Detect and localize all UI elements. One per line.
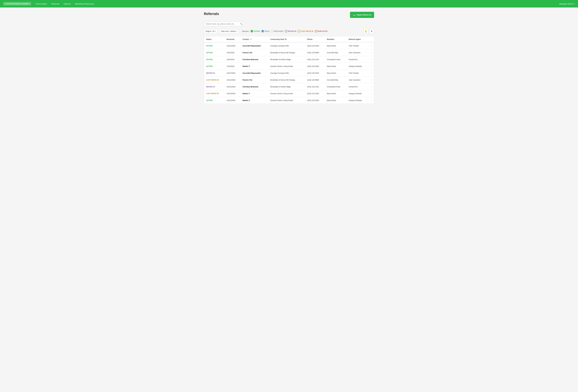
cell-phone: (415) 123-3333 [305, 63, 325, 70]
table-row[interactable]: LOST MOVE IN 10/12/2016 Nadine Y Houston… [204, 90, 374, 97]
col-received: Received [225, 36, 241, 42]
cell-community: Houston Senior Living Center [268, 90, 305, 97]
download-button[interactable]: ⬇ [369, 29, 374, 34]
col-community: Community Sent To [268, 36, 305, 42]
cell-agent: Jane Jacobson [346, 49, 368, 56]
table-row[interactable]: ACTIVE 10/12/2016 Nadine Y Houston Senio… [204, 97, 374, 104]
user-caret-icon: ▾ [574, 3, 575, 5]
report-move-ins-button[interactable]: 🚌 Report Move-ins [350, 12, 374, 18]
row-chevron-icon[interactable]: › [368, 49, 374, 56]
cell-status: ACTIVE [204, 49, 225, 56]
table-row[interactable]: MOVED IN 10/12/2016 Christina Mckenzie B… [204, 83, 374, 90]
download-icon: ⬇ [371, 30, 373, 33]
nav-marketing-resources[interactable]: Marketing Resources [75, 3, 94, 5]
cell-received: 10/1/2016 [225, 49, 241, 56]
nav-referrals[interactable]: Referrals [51, 3, 59, 5]
date-value: Lifetime [230, 30, 236, 32]
date-filter[interactable]: Date sent: Lifetime ▾ [219, 29, 239, 33]
table-row[interactable]: ACTIVE 10/1/2016 Francis Yim Brookdale o… [204, 49, 374, 56]
search-row: 🔍 [204, 22, 374, 26]
col-action [368, 36, 374, 42]
table-header: Status Received Contact ▼ Community Sent… [204, 36, 374, 42]
cell-agent: Christa Kim [346, 83, 368, 90]
cell-agent: Christa Kim [346, 56, 368, 63]
duplicate-checkbox[interactable] [315, 30, 317, 32]
nav-communities[interactable]: Communities [35, 3, 47, 5]
cell-agent: Gregory Delsado [346, 63, 368, 70]
cell-status: MOVED IN [204, 70, 225, 77]
region-filter[interactable]: Region: All ▾ [204, 29, 218, 33]
navigation: LOGO INTENTIONALLY BLURRED Communities R… [0, 0, 578, 7]
cell-phone: (415) 123-3333 [305, 70, 325, 77]
date-label: Date sent: [221, 30, 229, 32]
table-row[interactable]: MOVED IN 10/12/2016 Anna Bell Mayweather… [204, 70, 374, 77]
table-row[interactable]: ACTIVE 10/4/2016 Christina Mckenzie Broo… [204, 56, 374, 63]
cell-resident: Christopher Kane [325, 83, 346, 90]
cold-checkbox[interactable]: ✓ [262, 30, 264, 32]
user-menu[interactable]: Margaret Demo ▾ [559, 3, 575, 5]
col-status: Status [204, 36, 225, 42]
active-label: ACTIVE [253, 30, 260, 32]
col-contact[interactable]: Contact ▼ [241, 36, 268, 42]
region-label: Region: [206, 30, 212, 32]
cell-agent: Jane Jacobson [346, 77, 368, 83]
lightbulb-icon: 💡 [364, 30, 367, 33]
row-chevron-icon[interactable]: › [368, 83, 374, 90]
cell-agent: Gregory Delsado [346, 97, 368, 104]
cell-agent: Trish Trimble [346, 42, 368, 49]
cell-contact: Nadine Y [241, 97, 268, 104]
cell-received: 10/12/2016 [225, 83, 241, 90]
row-chevron-icon[interactable]: › [368, 42, 374, 49]
cell-received: 10/12/2016 [225, 77, 241, 83]
status-filter-deceased[interactable]: DECEASED [271, 30, 283, 32]
row-chevron-icon[interactable]: › [368, 90, 374, 97]
cell-phone: (415) 123-3333 [305, 90, 325, 97]
moved-in-checkbox[interactable] [285, 30, 287, 32]
cell-agent: Gregory Delsado [346, 90, 368, 97]
row-chevron-icon[interactable]: › [368, 63, 374, 70]
search-input[interactable] [204, 22, 244, 26]
cell-resident: Anna Bell May [325, 77, 346, 83]
table-row[interactable]: ACTIVE 10/12/2016 Anna Bell Mayweather C… [204, 42, 374, 49]
lightbulb-button[interactable]: 💡 [363, 29, 368, 34]
cell-received: 10/12/2016 [225, 90, 241, 97]
status-filter-lost-move-in[interactable]: LOST MOVE IN [298, 30, 313, 32]
cell-status: LOST MOVE IN [204, 77, 225, 83]
cold-label: COLD [264, 30, 269, 32]
cell-received: 10/12/2016 [225, 97, 241, 104]
cell-resident: Mary Roslin [325, 42, 346, 49]
col-phone: Phone [305, 36, 325, 42]
cell-resident: Mary Roslin [325, 90, 346, 97]
row-chevron-icon[interactable]: › [368, 70, 374, 77]
main-content: Referrals 🚌 Report Move-ins 🔍 Region: Al… [201, 7, 377, 108]
search-icon: 🔍 [240, 23, 242, 25]
lost-move-in-label: LOST MOVE IN [301, 30, 313, 32]
row-chevron-icon[interactable]: › [368, 97, 374, 104]
status-filter-moved-in[interactable]: MOVED IN [285, 30, 296, 32]
region-value: All [212, 30, 214, 32]
statuses-label: Statuses: [242, 30, 249, 32]
cell-contact: Francis Yim [241, 49, 268, 56]
cell-received: 1/12/2016 [225, 63, 241, 70]
cell-resident: Anna Bell May [325, 49, 346, 56]
cell-community: Brookdale of Sunny Hill Orange... [268, 77, 305, 83]
active-checkbox[interactable]: ✓ [251, 30, 253, 32]
status-filter-active[interactable]: ✓ ACTIVE [251, 30, 260, 32]
row-chevron-icon[interactable]: › [368, 77, 374, 83]
cell-contact: Anna Bell Mayweather [241, 70, 268, 77]
cell-phone: (415) 123-3333 [305, 42, 325, 49]
status-filter-cold[interactable]: ✓ COLD [262, 30, 269, 32]
lost-move-in-checkbox[interactable] [298, 30, 300, 32]
region-caret-icon: ▾ [215, 30, 216, 32]
row-chevron-icon[interactable]: › [368, 56, 374, 63]
table-row[interactable]: ACTIVE 1/12/2016 Nadine Y Houston Senior… [204, 63, 374, 70]
nav-reports[interactable]: Reports [64, 3, 71, 5]
sort-icon: ▼ [250, 38, 252, 40]
filters-row: Region: All ▾ Date sent: Lifetime ▾ Stat… [204, 29, 374, 34]
cell-received: 10/12/2016 [225, 70, 241, 77]
table-row[interactable]: LOST MOVE IN 10/12/2016 Francis Yim Broo… [204, 77, 374, 83]
table-body: ACTIVE 10/12/2016 Anna Bell Mayweather C… [204, 42, 374, 104]
status-filter-duplicate[interactable]: DUPLICATE [315, 30, 328, 32]
cell-status: ACTIVE [204, 56, 225, 63]
deceased-checkbox[interactable] [271, 30, 273, 32]
